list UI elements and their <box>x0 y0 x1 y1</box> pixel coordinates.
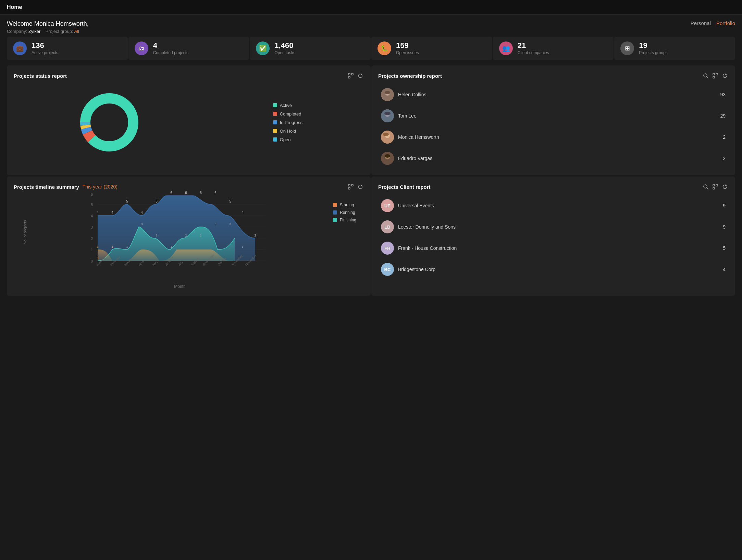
stat-project-groups[interactable]: ⊞ 19 Projects groups <box>614 37 735 60</box>
legend-active: Active <box>273 103 302 108</box>
project-groups-icon: ⊞ <box>620 41 634 55</box>
client-ue-name: Universal Events <box>398 203 434 208</box>
svg-text:4: 4 <box>91 214 93 218</box>
x-axis-label: Month <box>31 284 329 289</box>
timeline-refresh-button[interactable] <box>357 183 364 190</box>
client-fh-badge: FH <box>381 242 394 255</box>
client-fh-count: 5 <box>723 245 726 251</box>
company-name: Zylker <box>28 29 40 34</box>
stat-open-tasks[interactable]: ✅ 1,460 Open tasks <box>250 37 371 60</box>
svg-text:4: 4 <box>97 211 99 215</box>
status-report-actions <box>347 72 364 79</box>
running-label: Running <box>340 210 355 215</box>
completed-projects-info: 4 Completed projects <box>153 41 188 55</box>
in-progress-color <box>273 120 277 124</box>
client-item-bc[interactable]: BC Bridgestone Corp 4 <box>378 259 728 279</box>
legend-running: Running <box>333 210 364 215</box>
active-projects-number: 136 <box>32 41 58 50</box>
owner-tom-count: 29 <box>720 113 726 119</box>
client-fh-name: Frank - House Construction <box>398 245 457 251</box>
ownership-refresh-button[interactable] <box>721 72 728 79</box>
donut-section: Active Completed In Progress On Hold Ope… <box>14 85 364 160</box>
stat-open-issues[interactable]: 🐛 159 Open issues <box>371 37 492 60</box>
finishing-dot <box>333 218 337 222</box>
donut-chart <box>75 88 144 157</box>
client-refresh-button[interactable] <box>721 183 728 190</box>
client-ue-badge: UE <box>381 199 394 212</box>
open-issues-number: 159 <box>396 41 419 50</box>
expand-icon <box>713 184 718 190</box>
legend-finishing: Finishing <box>333 218 364 222</box>
status-expand-button[interactable] <box>347 72 354 79</box>
svg-text:5: 5 <box>126 199 128 203</box>
stat-completed-projects[interactable]: 🗂 4 Completed projects <box>128 37 249 60</box>
client-item-ue[interactable]: UE Universal Events 9 <box>378 196 728 216</box>
finishing-label: Finishing <box>340 218 356 222</box>
ownership-item-tom[interactable]: Tom Lee 29 <box>378 106 728 126</box>
timeline-actions <box>347 183 364 190</box>
client-search-button[interactable] <box>702 183 709 190</box>
ownership-report-header: Projects ownership report <box>378 72 728 79</box>
svg-text:3: 3 <box>229 222 231 226</box>
starting-label: Starting <box>340 203 354 207</box>
ownership-expand-button[interactable] <box>712 72 719 79</box>
owner-monica-name: Monica Hemsworth <box>398 134 439 140</box>
client-item-ld[interactable]: LD Leester Donnelly and Sons 9 <box>378 217 728 237</box>
open-tasks-info: 1,460 Open tasks <box>274 41 295 55</box>
portfolio-view-tab[interactable]: Portfolio <box>716 20 735 26</box>
status-report-panel: Projects status report <box>7 65 371 175</box>
refresh-icon <box>722 184 728 190</box>
y-axis-label: No. of projects <box>23 220 27 244</box>
svg-point-25 <box>383 133 389 136</box>
client-ld-name: Leester Donnelly and Sons <box>398 224 456 230</box>
status-report-title: Projects status report <box>14 73 67 79</box>
svg-rect-11 <box>713 73 715 75</box>
search-icon <box>703 184 708 190</box>
expand-icon <box>713 73 718 78</box>
active-projects-info: 136 Active projects <box>32 41 58 55</box>
svg-text:2: 2 <box>200 234 201 237</box>
client-report-panel: Projects Client report <box>371 176 735 296</box>
open-issues-info: 159 Open issues <box>396 41 419 55</box>
welcome-meta: Company: Zylker Project group: All <box>7 29 89 34</box>
svg-text:6: 6 <box>185 191 187 195</box>
timeline-expand-button[interactable] <box>347 183 354 190</box>
stat-active-projects[interactable]: 💼 136 Active projects <box>7 37 128 60</box>
status-refresh-button[interactable] <box>357 72 364 79</box>
client-expand-button[interactable] <box>712 183 719 190</box>
svg-text:2: 2 <box>91 236 93 241</box>
personal-view-tab[interactable]: Personal <box>691 20 711 26</box>
ownership-item-helen[interactable]: Helen Collins 93 <box>378 85 728 105</box>
ownership-search-button[interactable] <box>702 72 709 79</box>
client-report-title: Projects Client report <box>378 184 431 190</box>
client-ue-count: 9 <box>723 203 726 208</box>
completed-projects-icon: 🗂 <box>135 41 148 55</box>
owner-eduardo-count: 2 <box>723 156 726 161</box>
refresh-icon <box>358 184 363 190</box>
svg-text:1: 1 <box>126 245 128 248</box>
client-ld-badge: LD <box>381 220 394 233</box>
stat-client-companies[interactable]: 👥 21 Client companies <box>493 37 614 60</box>
svg-line-85 <box>707 188 708 189</box>
svg-point-8 <box>96 109 123 136</box>
timeline-title-row: Projects timeline summary This year (202… <box>14 184 118 190</box>
ownership-report-actions <box>702 72 728 79</box>
owner-monica-count: 2 <box>723 134 726 140</box>
timeline-panel-header: Projects timeline summary This year (202… <box>14 183 364 190</box>
view-toggle: Personal Portfolio <box>691 20 735 26</box>
refresh-icon <box>358 73 363 78</box>
open-tasks-label: Open tasks <box>274 50 295 55</box>
ownership-list: Helen Collins 93 Tom Lee <box>378 85 728 168</box>
ownership-item-eduardo[interactable]: Eduadro Vargas 2 <box>378 148 728 168</box>
ownership-item-monica[interactable]: Monica Hemsworth 2 <box>378 127 728 147</box>
client-ld-count: 9 <box>723 224 726 230</box>
owner-tom-info: Tom Lee <box>381 109 417 122</box>
running-dot <box>333 210 337 215</box>
legend-in-progress: In Progress <box>273 120 302 125</box>
svg-text:4: 4 <box>111 211 113 215</box>
client-item-fh[interactable]: FH Frank - House Construction 5 <box>378 238 728 258</box>
svg-rect-0 <box>348 73 350 75</box>
client-report-header: Projects Client report <box>378 183 728 190</box>
legend-starting: Starting <box>333 203 364 207</box>
avatar-helen <box>381 88 394 101</box>
